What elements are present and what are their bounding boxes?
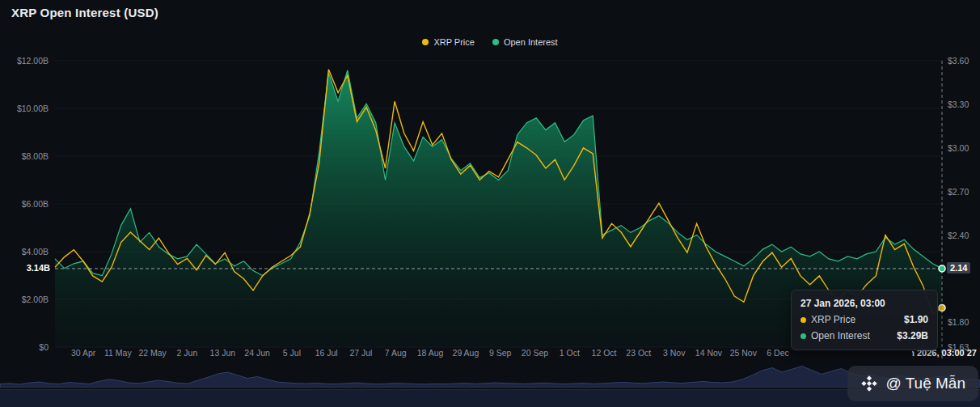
xrp-price-latest-marker xyxy=(939,304,945,311)
watermark: @ Tuệ Mẫn xyxy=(847,366,979,401)
tooltip-date: 27 Jan 2026, 03:00 xyxy=(800,298,928,309)
binance-diamond-icon xyxy=(860,375,878,392)
chart-tooltip: 27 Jan 2026, 03:00 XRP Price $1.90 Open … xyxy=(791,290,938,350)
price-latest-badge: 2.14 xyxy=(947,262,970,273)
tooltip-label: Open Interest xyxy=(811,330,870,341)
tooltip-row-xrp-price: XRP Price $1.90 xyxy=(800,314,928,325)
tooltip-value: $1.90 xyxy=(904,314,928,325)
open-interest-latest-badge: 3.14B xyxy=(0,263,50,273)
tooltip-row-open-interest: Open Interest $3.29B xyxy=(800,330,928,341)
range-navigator[interactable] xyxy=(0,362,980,388)
tooltip-label: XRP Price xyxy=(811,314,855,325)
open-interest-latest-marker xyxy=(939,265,945,272)
tooltip-value: $3.29B xyxy=(897,330,928,341)
xrp-open-interest-page: XRP Open Interest (USD) XRP Price Open I… xyxy=(0,0,980,407)
open-interest-dot-icon xyxy=(800,333,806,339)
navigator-area xyxy=(0,367,980,388)
xrp-price-dot-icon xyxy=(800,317,806,323)
zoom-scrollbar[interactable] xyxy=(0,389,980,407)
watermark-text: @ Tuệ Mẫn xyxy=(886,375,966,392)
